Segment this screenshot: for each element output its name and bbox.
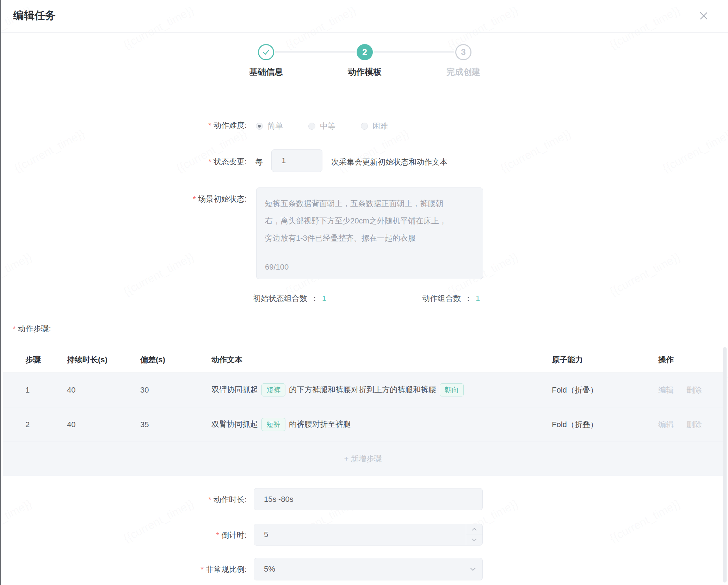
action-duration-input[interactable]: 15s~80s: [254, 488, 483, 510]
chevron-up-icon: [471, 528, 477, 531]
required-asterisk: *: [208, 157, 211, 166]
unusual-ratio-label: *非常规比例:: [106, 565, 247, 574]
table-cell: 1: [3, 386, 67, 395]
required-asterisk: *: [208, 121, 211, 130]
header-divider: [1, 32, 728, 33]
initial-state-text: 短裤五条数据背面朝上，五条数据正面朝上，裤腰朝 右，离头部视野下方至少20cm之…: [265, 195, 476, 247]
column-header: 动作文本: [211, 355, 546, 365]
action-text-cell: 双臂协同抓起短裤的下方裤腿和裤腰对折到上方的裤腿和裤腰朝向: [211, 383, 546, 396]
edit-task-dialog: {{current_time}}{{current_time}}{{curren…: [0, 0, 728, 585]
chevron-down-icon: [471, 538, 477, 542]
difficulty-radio[interactable]: 简单: [256, 121, 283, 131]
initial-state-combo-count: 初始状态组合数：1: [253, 293, 326, 304]
action-text: 双臂协同抓起: [211, 385, 258, 394]
decrease-button[interactable]: [466, 535, 482, 546]
required-asterisk: *: [193, 195, 196, 203]
state-change-suffix: 次采集会更新初始状态和动作文本: [331, 157, 448, 167]
edit-link[interactable]: 编辑: [658, 386, 674, 394]
row-actions: 编辑删除: [658, 419, 723, 430]
step1-circle: [258, 44, 274, 60]
edit-link[interactable]: 编辑: [658, 420, 674, 429]
action-combo-count: 动作组合数：1: [422, 293, 480, 304]
countdown-label: *倒计时:: [106, 530, 247, 540]
column-header: 步骤: [3, 355, 67, 365]
required-asterisk: *: [13, 324, 16, 333]
difficulty-label: *动作难度:: [106, 121, 247, 130]
table-body: 14030双臂协同抓起短裤的下方裤腿和裤腰对折到上方的裤腿和裤腰朝向Fold（折…: [3, 372, 723, 442]
radio-label: 简单: [267, 121, 283, 131]
table-cell: 35: [140, 420, 211, 429]
difficulty-radio[interactable]: 中等: [308, 121, 335, 131]
entity-tag: 短裤: [261, 383, 285, 396]
step2-circle: 2: [357, 44, 373, 60]
unusual-ratio-select[interactable]: 5%: [254, 558, 483, 580]
action-steps-label: *动作步骤:: [13, 324, 51, 334]
initial-state-textarea[interactable]: 短裤五条数据背面朝上，五条数据正面朝上，裤腰朝 右，离头部视野下方至少20cm之…: [256, 187, 483, 279]
countdown-input[interactable]: 5: [254, 524, 483, 546]
backdrop-edge: [0, 0, 1, 585]
dialog-title: 编辑任务: [13, 8, 56, 23]
required-asterisk: *: [208, 495, 211, 504]
table-header-row: 步骤持续时长(s)偏差(s)动作文本原子能力操作: [3, 347, 723, 372]
column-header: 操作: [658, 355, 723, 365]
entity-tag: 短裤: [261, 418, 285, 431]
entity-tag: 朝向: [440, 383, 464, 396]
step2-label: 动作模板: [322, 66, 407, 78]
column-header: 偏差(s): [140, 355, 211, 365]
difficulty-radio[interactable]: 困难: [361, 121, 388, 131]
table-cell: 40: [67, 386, 140, 395]
select-chevron-down-icon: [470, 567, 476, 571]
step-row: 14030双臂协同抓起短裤的下方裤腿和裤腰对折到上方的裤腿和裤腰朝向Fold（折…: [3, 372, 723, 407]
step3-circle: 3: [455, 44, 471, 60]
radio-circle-icon: [308, 123, 315, 130]
radio-label: 中等: [320, 121, 335, 131]
state-change-input[interactable]: 1: [271, 149, 322, 172]
column-header: 原子能力: [546, 355, 658, 365]
action-steps-table: 步骤持续时长(s)偏差(s)动作文本原子能力操作 14030双臂协同抓起短裤的下…: [3, 347, 723, 476]
step1-label: 基础信息: [224, 66, 308, 78]
table-cell: 30: [140, 386, 211, 395]
check-icon: [262, 49, 270, 55]
action-text: 双臂协同抓起: [211, 420, 258, 429]
scrollbar[interactable]: [723, 347, 727, 583]
radio-circle-icon: [256, 123, 263, 130]
initial-state-label: *场景初始状态:: [106, 194, 247, 204]
increase-button[interactable]: [466, 524, 482, 535]
step-connector-2: [374, 51, 454, 53]
table-cell: 2: [3, 420, 67, 429]
required-asterisk: *: [216, 531, 219, 540]
state-change-label: *状态变更:: [106, 157, 247, 167]
difficulty-radio-group: 简单中等困难: [256, 121, 388, 131]
required-asterisk: *: [200, 565, 204, 574]
column-header: 持续时长(s): [67, 355, 140, 365]
state-change-prefix: 每: [255, 157, 263, 167]
action-duration-label: *动作时长:: [106, 495, 247, 505]
add-step-button[interactable]: + 新增步骤: [3, 442, 723, 476]
table-cell: Fold（折叠）: [546, 385, 658, 395]
action-text-cell: 双臂协同抓起短裤的裤腰对折至裤腿: [211, 418, 546, 431]
delete-link[interactable]: 删除: [686, 420, 702, 429]
step3-label: 完成创建: [421, 66, 506, 78]
action-text: 的下方裤腿和裤腰对折到上方的裤腿和裤腰: [289, 385, 436, 394]
step-connector-1: [275, 51, 356, 53]
table-cell: Fold（折叠）: [546, 419, 658, 430]
char-counter: 69/100: [265, 263, 289, 272]
number-spinner: [466, 524, 482, 545]
row-actions: 编辑删除: [658, 385, 723, 395]
close-icon[interactable]: [698, 11, 709, 21]
step-row: 24035双臂协同抓起短裤的裤腰对折至裤腿Fold（折叠）编辑删除: [3, 407, 723, 442]
table-cell: 40: [67, 420, 140, 429]
radio-label: 困难: [372, 121, 388, 131]
delete-link[interactable]: 删除: [686, 386, 702, 394]
action-text: 的裤腰对折至裤腿: [289, 420, 351, 429]
radio-circle-icon: [361, 123, 368, 130]
